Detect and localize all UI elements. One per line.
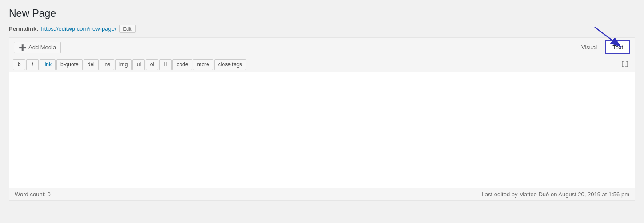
permalink-bar: Permalink: https://editwp.com/new-page/ … (9, 25, 635, 33)
format-btn-del[interactable]: del (84, 59, 99, 70)
format-btn-link[interactable]: link (40, 59, 56, 70)
expand-icon (621, 60, 628, 68)
page-title: New Page (9, 7, 635, 20)
last-edited: Last edited by Matteo Duò on August 20, … (482, 191, 629, 198)
add-media-button[interactable]: ➕ Add Media (14, 42, 61, 53)
format-btn-ol[interactable]: ol (146, 59, 158, 70)
format-btn-b[interactable]: b (13, 59, 25, 70)
format-btn-img[interactable]: img (115, 59, 132, 70)
format-btn-close-tags[interactable]: close tags (214, 59, 246, 70)
format-btn-i[interactable]: i (26, 59, 39, 70)
add-media-label: Add Media (28, 44, 56, 51)
tab-text[interactable]: Text (605, 40, 630, 55)
word-count: Word count: 0 (15, 191, 51, 198)
editor-container: ➕ Add Media Visual Text (9, 37, 635, 201)
format-btn-ins[interactable]: ins (100, 59, 114, 70)
word-count-value: 0 (47, 191, 50, 198)
format-btn-bquote[interactable]: b-quote (56, 59, 83, 70)
permalink-edit-button[interactable]: Edit (119, 25, 136, 33)
format-btn-more[interactable]: more (193, 59, 213, 70)
editor-toolbar-format: b i link b-quote del ins img ul ol li co… (9, 57, 635, 72)
editor-footer: Word count: 0 Last edited by Matteo Duò … (9, 188, 635, 200)
format-btn-li[interactable]: li (159, 59, 172, 70)
tab-group: Visual Text (575, 40, 630, 55)
page-wrapper: New Page Permalink: https://editwp.com/n… (0, 0, 644, 223)
tab-visual[interactable]: Visual (575, 41, 604, 54)
format-btn-ul[interactable]: ul (132, 59, 145, 70)
add-media-icon: ➕ (19, 44, 26, 51)
expand-button[interactable] (619, 59, 631, 70)
word-count-label: Word count: (15, 191, 46, 198)
format-buttons-group: b i link b-quote del ins img ul ol li co… (13, 59, 246, 70)
editor-toolbar-top: ➕ Add Media Visual Text (9, 38, 635, 58)
format-btn-code[interactable]: code (172, 59, 192, 70)
permalink-link[interactable]: https://editwp.com/new-page/ (41, 25, 116, 32)
editor-body[interactable] (9, 72, 635, 188)
permalink-label: Permalink: (9, 25, 38, 32)
